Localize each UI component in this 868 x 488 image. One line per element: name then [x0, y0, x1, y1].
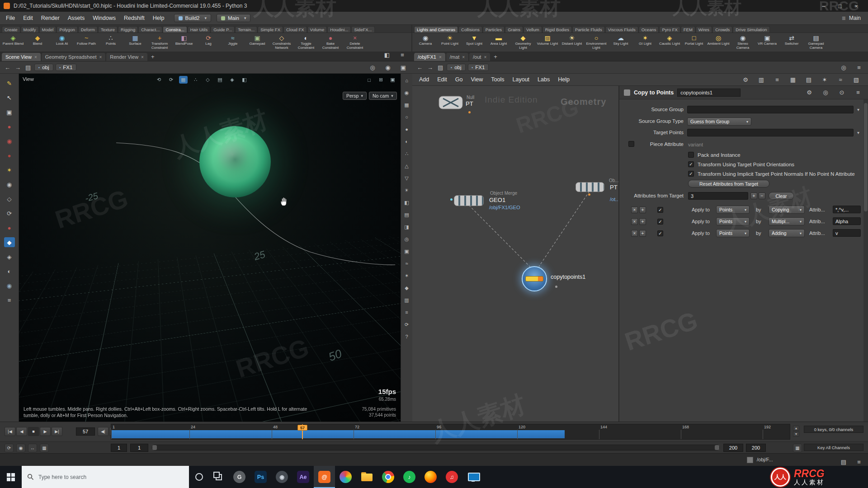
menu-help[interactable]: Help — [149, 12, 169, 24]
pin-icon[interactable]: ◎ — [820, 88, 831, 98]
handles-display-icon[interactable]: ◆ — [402, 284, 411, 292]
shelf-tool-ambient-light[interactable]: ◎Ambient Light — [706, 34, 731, 46]
path-segment-obj[interactable]: ▪obj — [447, 64, 465, 71]
param-menu-icon[interactable]: ≡ — [853, 88, 863, 98]
shelf-tool-parent-blend[interactable]: ◈Parent Blend — [1, 34, 25, 46]
shelf-tab-viscous-fluids[interactable]: Viscous Fluids — [605, 26, 638, 33]
shelf-tool-switcher[interactable]: ⇄Switcher — [779, 34, 804, 46]
network-tab-mat[interactable]: /mat× — [446, 53, 468, 61]
playback-range-start-field[interactable]: 1 — [130, 444, 148, 452]
menu-windows[interactable]: Windows — [89, 12, 120, 24]
build-selector[interactable]: Build2 — [174, 14, 212, 22]
taskbar-chrome-button[interactable] — [377, 466, 399, 488]
shelf-tab-grains[interactable]: Grains — [505, 26, 523, 33]
path-menu-icon[interactable]: ▤ — [437, 64, 444, 71]
target-points-field[interactable] — [687, 129, 854, 136]
taskbar-file-explorer-button[interactable] — [356, 466, 377, 488]
camera-tool-icon[interactable]: ◉ — [4, 281, 15, 291]
node-objectmerge-geo1[interactable] — [454, 195, 484, 206]
network-menu-layout[interactable]: Layout — [509, 76, 534, 83]
shelf-tool-surface[interactable]: ▦Surface — [123, 34, 147, 46]
tool-menu-icon[interactable]: ≡ — [4, 295, 15, 305]
spinner-up-icon[interactable]: ▲ — [793, 426, 799, 431]
range-start-handle[interactable] — [152, 445, 157, 450]
shelf-tool-blendpose[interactable]: ◧BlendPose — [172, 34, 196, 46]
stop-button[interactable]: ■ — [28, 427, 39, 436]
shelf-tab-lights-and-cameras[interactable]: Lights and Cameras — [414, 26, 458, 33]
lighting-icon[interactable]: ☀ — [402, 186, 411, 194]
shelf-tab-vellum[interactable]: Vellum — [524, 26, 542, 33]
taskbar-search[interactable] — [22, 466, 189, 488]
shelf-tool-camera[interactable]: ◉Camera — [413, 34, 438, 46]
forward-icon[interactable]: → — [426, 64, 434, 71]
menu-assets[interactable]: Assets — [64, 12, 89, 24]
shelf-tool-stereo-camera[interactable]: ◉Stereo Camera — [731, 34, 755, 50]
close-tab-icon[interactable]: × — [462, 55, 465, 60]
back-icon[interactable]: ← — [4, 64, 11, 71]
snap-tool-icon[interactable]: ◈ — [4, 252, 15, 262]
attribute-class-dropdown[interactable]: Points — [716, 206, 750, 214]
display-options-icon[interactable]: ▥ — [402, 296, 411, 304]
source-group-type-dropdown[interactable]: Guess from Group — [687, 117, 751, 126]
shelf-tool-blend[interactable]: ◆Blend — [25, 34, 50, 46]
network-menu-add[interactable]: Add — [415, 76, 433, 83]
prev-increment-button[interactable]: ◀| — [98, 427, 108, 436]
menu-render[interactable]: Render — [37, 12, 64, 24]
playback-range-slider[interactable] — [152, 445, 720, 450]
vectors-icon[interactable]: ▽ — [402, 174, 411, 182]
culling-icon[interactable]: ◨ — [402, 223, 411, 231]
node-input-dot[interactable] — [450, 198, 453, 201]
attribute-pattern-field[interactable]: v — [833, 229, 861, 237]
network-menu-go[interactable]: Go — [451, 76, 467, 83]
view-tool-icon[interactable]: ⟳ — [4, 208, 15, 218]
spare-params-icon[interactable]: ✶ — [819, 75, 830, 84]
shelf-tool-transform-constraint[interactable]: +Transform Constraint — [147, 34, 172, 50]
path-menu-icon[interactable]: ▤ — [24, 64, 32, 71]
taskbar-camera-app-button[interactable]: ◉ — [271, 466, 292, 488]
parameter-scrollbar[interactable] — [863, 99, 868, 422]
network-menu-help[interactable]: Help — [554, 76, 574, 83]
network-overview-icon[interactable]: ▧ — [851, 75, 862, 84]
network-tab-obj-fx1[interactable]: /obj/FX1× — [414, 53, 445, 61]
shelf-tab-drive-simulation[interactable]: Drive Simulation — [733, 26, 769, 33]
maximize-button[interactable]: □ — [832, 0, 848, 12]
play-button[interactable]: ▶ — [40, 427, 51, 436]
tab-geometry-spreadsheet[interactable]: Geometry Spreadsheet× — [42, 53, 106, 61]
close-tab-icon[interactable]: × — [484, 55, 486, 60]
shelf-tab-simple-fx[interactable]: Simple FX — [258, 26, 283, 33]
network-editor[interactable]: Indie Edition Geometry Null PT Object Me… — [412, 86, 618, 422]
close-tab-icon[interactable]: × — [99, 55, 102, 60]
network-menu-tools[interactable]: Tools — [487, 76, 508, 83]
shelf-tab-houdini[interactable]: Houdini... — [327, 26, 351, 33]
node-name-field[interactable]: copytopoints1 — [677, 89, 741, 97]
playback-range-end-field[interactable]: 200 — [723, 444, 743, 452]
shelf-tab-particles[interactable]: Particles — [483, 26, 505, 33]
cortana-button[interactable] — [189, 466, 209, 488]
shelf-tab-crowds[interactable]: Crowds — [712, 26, 732, 33]
shelf-tab-cloud-fx[interactable]: Cloud FX — [283, 26, 307, 33]
shelf-tool-environment-light[interactable]: ○Environment Light — [584, 34, 609, 50]
help-icon[interactable]: ? — [402, 333, 411, 341]
mirror-tool-icon[interactable]: ◐ — [4, 266, 15, 276]
attribute-enable-checkbox[interactable]: ✓ — [657, 219, 663, 225]
transform-using-implicit-target-point-normals-if-no-point-n-attribute-checkbox[interactable]: ✓ — [688, 171, 694, 177]
view-redo-icon[interactable]: ⟳ — [167, 76, 175, 84]
node-flag-dot[interactable] — [588, 193, 590, 196]
shelf-tab-model[interactable]: Model — [39, 26, 57, 33]
insert-attribute-row-button[interactable]: + — [639, 206, 646, 213]
attribute-mode-dropdown[interactable]: Multipl... — [769, 217, 805, 225]
wrench-icon[interactable]: ⚙ — [740, 75, 751, 84]
tree-view-icon[interactable]: ≡ — [772, 75, 783, 84]
current-tool-icon[interactable]: ◆ — [4, 237, 15, 247]
task-view-button[interactable] — [209, 466, 229, 488]
path-segment-fx1[interactable]: ▪FX1 — [468, 64, 489, 71]
wireframe-icon[interactable]: ○ — [402, 113, 411, 121]
menu-redshift[interactable]: Redshift — [120, 12, 149, 24]
scroll-lock-icon[interactable]: ↔ — [28, 444, 37, 452]
taskbar-search-input[interactable] — [38, 474, 170, 481]
grid-display-icon[interactable]: ▦ — [402, 101, 411, 109]
snap-prims-icon[interactable]: ▤ — [216, 76, 224, 84]
shelf-tool-jiggle[interactable]: ≈Jiggle — [221, 34, 245, 46]
close-button[interactable]: × — [848, 0, 864, 12]
current-frame-field[interactable]: 57 — [76, 427, 95, 436]
